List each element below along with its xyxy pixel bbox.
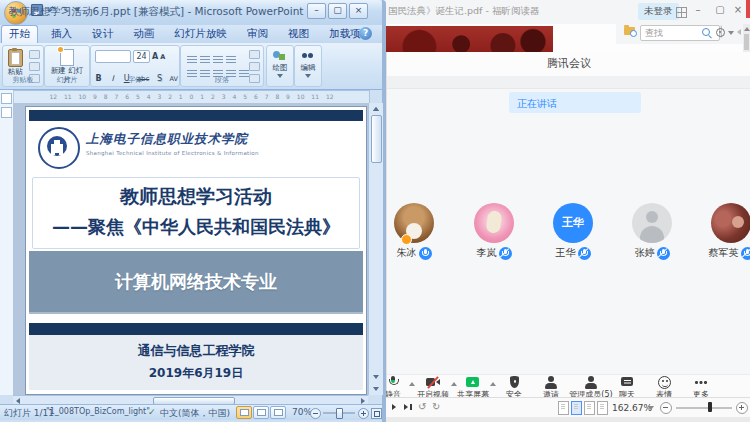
continuous-view-button[interactable] [571, 401, 582, 415]
slide-sorter-view-button[interactable] [253, 406, 269, 419]
next-view-icon[interactable] [404, 404, 408, 410]
outline-tab-icon[interactable] [1, 107, 12, 118]
slide-divider-bar [29, 323, 363, 335]
facing-view-button[interactable] [584, 401, 595, 415]
tab-animations[interactable]: 动画 [126, 25, 161, 44]
meeting-toolbar: 静音 开启视频 共享屏幕 安全 邀 [387, 374, 750, 398]
slides-pane-collapsed[interactable] [0, 90, 14, 395]
pdf-scroll-thumb[interactable] [744, 34, 749, 50]
participant-name: 李岚 [477, 246, 497, 260]
school-name-block: 上海电子信息职业技术学院 Shanghai Technical Institut… [86, 131, 259, 156]
fit-slide-to-window-button[interactable] [371, 408, 382, 419]
shield-icon [505, 376, 523, 389]
mic-muted-icon[interactable] [499, 247, 512, 260]
font-name-box[interactable] [95, 50, 131, 63]
participant-tile[interactable]: 李岚 [462, 203, 526, 260]
login-button[interactable]: 未登录 [638, 3, 679, 20]
scroll-down-icon[interactable] [373, 387, 379, 391]
ppt-minimize-button[interactable]: – [307, 3, 326, 19]
foxit-close-button[interactable]: × [730, 2, 746, 18]
mic-on-icon[interactable] [419, 247, 432, 260]
participant-tile[interactable]: 朱冰 [386, 203, 446, 260]
find-previous-icon[interactable] [737, 29, 741, 35]
participant-name: 张婷 [635, 246, 655, 260]
gear-icon[interactable] [716, 28, 725, 37]
slide-footer-area: 通信与信息工程学院 2019年6月19日 [29, 335, 363, 390]
participant-tile[interactable]: 张婷 [620, 203, 684, 260]
editing-icon [301, 50, 315, 62]
drawing-group[interactable]: 绘图 [266, 45, 294, 87]
ppt-maximize-button[interactable]: ▢ [328, 3, 347, 19]
drawing-icon [273, 50, 287, 62]
participant-tile[interactable]: 蔡军英 [699, 203, 750, 260]
new-slide-icon [60, 49, 74, 66]
font-size-box[interactable]: 24 [133, 50, 150, 63]
speaking-label: 正在讲话 [517, 98, 557, 109]
participant-tile[interactable]: 王华 王华 [541, 203, 605, 260]
pdf-scrollbar[interactable] [743, 24, 750, 52]
continuous-facing-view-button[interactable] [597, 401, 608, 415]
mic-muted-icon[interactable] [741, 247, 750, 260]
tab-home[interactable]: 开始 [1, 25, 38, 44]
meeting-window: 腾讯会议 正在讲话 朱冰 李岚 [386, 52, 750, 397]
zoom-dropdown-icon[interactable] [648, 406, 654, 410]
slide[interactable]: 上海电子信息职业技术学院 Shanghai Technical Institut… [25, 106, 367, 395]
tab-slideshow[interactable]: 幻灯片放映 [167, 25, 234, 44]
meeting-titlebar[interactable]: 腾讯会议 [387, 52, 750, 77]
vertical-scrollbar[interactable] [368, 103, 383, 395]
rotate-right-icon[interactable]: ↻ [432, 401, 440, 412]
auto-scroll-icon[interactable] [392, 404, 396, 410]
tab-review[interactable]: 审阅 [240, 25, 275, 44]
mic-muted-icon[interactable] [657, 247, 670, 260]
previous-slide-button[interactable] [373, 107, 379, 111]
grow-font-icon[interactable]: A [152, 52, 158, 61]
slide-canvas: 上海电子信息职业技术学院 Shanghai Technical Institut… [13, 103, 368, 395]
advanced-search-icon[interactable] [624, 27, 635, 35]
zoom-slider-thumb[interactable] [336, 408, 343, 419]
major-band: 计算机网络技术专业 [29, 251, 363, 314]
copy-icon[interactable] [29, 62, 40, 71]
tab-design[interactable]: 设计 [85, 25, 120, 44]
search-icon[interactable] [702, 28, 710, 36]
paste-button[interactable]: 粘贴 [5, 49, 25, 77]
spellcheck-icon[interactable]: ✓ [148, 407, 156, 417]
language-indicator[interactable]: 中文(简体，中国) [160, 407, 230, 420]
foxit-find-toolbar [616, 22, 750, 44]
next-slide-button[interactable] [373, 375, 379, 379]
slideshow-view-button[interactable] [270, 406, 286, 419]
window-layout-icon[interactable] [676, 7, 687, 18]
tab-view[interactable]: 视图 [281, 25, 316, 44]
foxit-restore-button[interactable]: ▢ [712, 2, 728, 18]
avatar [632, 203, 672, 243]
ppt-titlebar: ↶ ↷ 教师思想学习活动6月.ppt [兼容模式] - Microsoft Po… [0, 0, 382, 26]
editing-group-label: 编辑 [295, 63, 321, 73]
vertical-scroll-thumb[interactable] [371, 115, 382, 163]
paste-icon [8, 49, 23, 67]
shrink-font-icon[interactable]: A [160, 53, 165, 61]
chat-icon [618, 376, 636, 389]
pdf-zoom-out-button[interactable] [660, 402, 672, 414]
editing-group[interactable]: 编辑 [294, 45, 322, 87]
ppt-close-button[interactable]: × [349, 3, 368, 19]
pdf-zoom-level[interactable]: 162.67% [612, 403, 652, 413]
tab-insert[interactable]: 插入 [44, 25, 79, 44]
ribbon-tab-bar: 开始 插入 设计 动画 幻灯片放映 审阅 视图 加载项 特色功能 ? [0, 25, 382, 43]
help-button[interactable]: ? [359, 27, 372, 40]
pdf-zoom-in-button[interactable] [736, 402, 748, 414]
zoom-in-button[interactable] [358, 408, 369, 419]
pdf-scroll-up-icon[interactable] [744, 27, 750, 31]
rotate-left-icon[interactable]: ↺ [418, 401, 426, 412]
members-icon [582, 376, 600, 389]
foxit-titlebar: 国民法典》诞生记.pdf - 福昕阅读器 未登录 – ▢ × [386, 0, 750, 24]
normal-view-button[interactable] [236, 406, 252, 419]
foxit-minimize-button[interactable]: – [690, 2, 706, 18]
zoom-out-button[interactable] [310, 408, 321, 419]
single-page-view-button[interactable] [558, 401, 569, 415]
slides-tab-icon[interactable] [1, 93, 12, 104]
pdf-zoom-slider-track[interactable] [676, 407, 732, 409]
cut-icon[interactable] [29, 50, 40, 59]
pdf-zoom-slider-thumb[interactable] [708, 402, 712, 412]
drawing-dropdown-icon [277, 74, 283, 78]
find-options-dropdown-icon[interactable] [728, 31, 734, 35]
mic-muted-icon[interactable] [578, 247, 591, 260]
